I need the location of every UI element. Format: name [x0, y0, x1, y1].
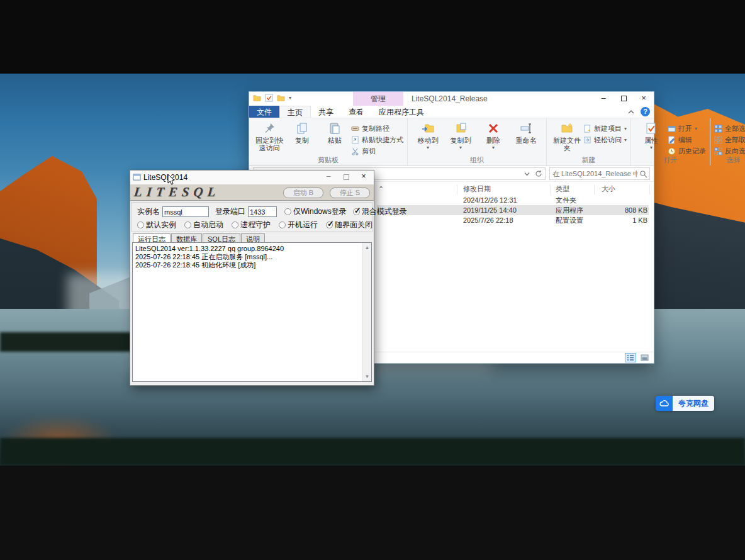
- column-date-modified[interactable]: 修改日期: [463, 183, 491, 194]
- file-size: 1 KB: [602, 215, 647, 225]
- manage-ribbon-tab[interactable]: 管理: [353, 92, 403, 106]
- column-type[interactable]: 类型: [556, 183, 569, 194]
- new-folder-button[interactable]: 新建文件夹: [551, 121, 583, 152]
- folder-icon[interactable]: [253, 94, 261, 102]
- mixed-login-checkbox[interactable]: 混合模式登录: [353, 206, 407, 217]
- minimize-button[interactable]: –: [320, 171, 337, 183]
- sort-ascending-icon[interactable]: ⌃: [378, 183, 384, 194]
- cut-icon: [351, 147, 359, 155]
- ribbon-tab-strip: 文件 主页 共享 查看 应用程序工具 ?: [249, 106, 654, 118]
- pin-to-quick-access-button[interactable]: 固定到快速访问: [253, 121, 286, 152]
- tab-file[interactable]: 文件: [249, 106, 279, 118]
- auto-start-checkbox[interactable]: 自动启动: [184, 220, 223, 230]
- move-to-button[interactable]: 移动到▾: [412, 121, 444, 152]
- tab-home[interactable]: 主页: [279, 106, 311, 118]
- screen: ▾ 管理 LiteSQL2014_Release – × 文件 主页 共享 查看…: [0, 0, 745, 560]
- new-item-button[interactable]: 新建项目▾: [583, 123, 627, 133]
- chevron-down-icon: ▾: [650, 144, 653, 152]
- log-output[interactable]: LiteSQL2014 ver:1.1.33.2227 qq group.896…: [132, 242, 372, 382]
- properties-button[interactable]: 属性▾: [635, 121, 668, 152]
- large-icons-view-icon: [641, 354, 649, 361]
- litesql-banner: LITESQL 启动 B 停止 S: [130, 184, 374, 201]
- collapse-ribbon-icon[interactable]: [628, 109, 634, 115]
- file-type: 配置设置: [556, 215, 583, 225]
- ribbon-group-select: 全部选择 全部取消 反向选择 选择: [710, 118, 745, 165]
- tab-share[interactable]: 共享: [311, 106, 341, 118]
- file-size: 808 KB: [602, 205, 647, 215]
- quark-drive-badge[interactable]: 夸克网盘: [656, 396, 714, 411]
- large-icons-view-button[interactable]: [639, 353, 650, 362]
- tab-view[interactable]: 查看: [341, 106, 371, 118]
- search-input[interactable]: [550, 168, 649, 179]
- log-line: LiteSQL2014 ver:1.1.33.2227 qq group.896…: [135, 245, 360, 253]
- chevron-down-icon: ▾: [492, 144, 495, 152]
- close-button[interactable]: ×: [634, 92, 654, 106]
- select-group-label: 选择: [710, 155, 745, 165]
- litesql-settings-panel: 实例名 登录端口 仅Windows登录 混合模式登录 默认实例: [132, 202, 373, 232]
- windows-login-checkbox[interactable]: 仅Windows登录: [284, 206, 347, 217]
- instance-label: 实例名: [137, 206, 160, 217]
- close-button[interactable]: ×: [355, 171, 373, 183]
- explorer-titlebar[interactable]: ▾ 管理 LiteSQL2014_Release – ×: [249, 92, 654, 106]
- paste-icon: [328, 122, 341, 135]
- delete-icon: [487, 122, 500, 135]
- maximize-button[interactable]: [337, 171, 355, 183]
- port-input[interactable]: [248, 206, 277, 217]
- properties-icon: [645, 122, 658, 135]
- select-all-button[interactable]: 全部选择: [714, 123, 745, 133]
- open-button[interactable]: 打开▾: [668, 123, 706, 133]
- properties-quick-icon[interactable]: [265, 94, 273, 102]
- cut-button[interactable]: 剪切: [351, 146, 403, 156]
- cloud-icon: [659, 400, 669, 407]
- column-size[interactable]: 大小: [602, 183, 615, 194]
- explorer-window-title: LiteSQL2014_Release: [412, 92, 488, 106]
- log-scrollbar[interactable]: ▲ ▼: [362, 243, 371, 381]
- address-dropdown-icon[interactable]: [524, 172, 530, 176]
- close-with-ui-checkbox[interactable]: 随界面关闭: [326, 220, 373, 230]
- invert-selection-icon: [714, 147, 722, 155]
- select-none-button[interactable]: 全部取消: [714, 135, 745, 145]
- search-icon[interactable]: [639, 170, 647, 178]
- invert-selection-button[interactable]: 反向选择: [714, 146, 745, 156]
- instance-input[interactable]: [162, 206, 209, 217]
- easy-access-button[interactable]: 轻松访问▾: [583, 135, 627, 145]
- new-item-icon: [583, 125, 591, 133]
- process-guard-checkbox[interactable]: 进程守护: [232, 220, 271, 230]
- default-instance-checkbox[interactable]: 默认实例: [137, 220, 176, 230]
- file-type: 文件夹: [556, 195, 576, 205]
- paste-shortcut-button[interactable]: 粘贴快捷方式: [351, 135, 403, 145]
- rename-button[interactable]: 重命名: [510, 121, 542, 144]
- stop-button[interactable]: 停止 S: [330, 188, 370, 198]
- start-button[interactable]: 启动 B: [283, 188, 323, 198]
- file-date: 2019/11/25 14:40: [463, 205, 517, 215]
- tab-app-tools[interactable]: 应用程序工具: [371, 106, 432, 118]
- ribbon-group-open: 属性▾ 打开▾ 编辑 历史记录 打开: [631, 118, 710, 165]
- paste-button[interactable]: 粘贴: [318, 121, 351, 144]
- search-box[interactable]: [549, 167, 650, 180]
- history-icon: [668, 147, 676, 155]
- scroll-up-icon[interactable]: ▲: [362, 243, 372, 252]
- new-folder-quick-icon[interactable]: [277, 94, 285, 102]
- copy-button[interactable]: 复制: [286, 121, 318, 144]
- quark-drive-label: 夸克网盘: [673, 396, 714, 411]
- file-date: 2025/7/26 22:18: [463, 215, 513, 225]
- file-row-application-selected[interactable]: 2019/11/25 14:40 应用程序 808 KB: [377, 205, 649, 215]
- paste-shortcut-icon: [351, 136, 359, 144]
- chevron-down-icon: ▾: [624, 126, 627, 132]
- refresh-icon[interactable]: [535, 170, 542, 177]
- quick-access-chevron-icon[interactable]: ▾: [289, 95, 291, 101]
- scroll-down-icon[interactable]: ▼: [362, 372, 372, 381]
- copy-to-button[interactable]: 复制到▾: [444, 121, 477, 152]
- open-icon: [668, 125, 676, 133]
- minimize-button[interactable]: –: [593, 92, 613, 106]
- help-icon[interactable]: ?: [641, 107, 650, 116]
- easy-access-icon: [583, 136, 591, 144]
- run-on-boot-checkbox[interactable]: 开机运行: [279, 220, 318, 230]
- app-icon: [133, 173, 141, 181]
- edit-button[interactable]: 编辑: [668, 135, 706, 145]
- details-view-button[interactable]: [625, 353, 636, 362]
- maximize-button[interactable]: [613, 92, 634, 106]
- delete-button[interactable]: 删除▾: [477, 121, 510, 152]
- history-button[interactable]: 历史记录: [668, 146, 706, 156]
- copy-path-button[interactable]: 复制路径: [351, 123, 403, 133]
